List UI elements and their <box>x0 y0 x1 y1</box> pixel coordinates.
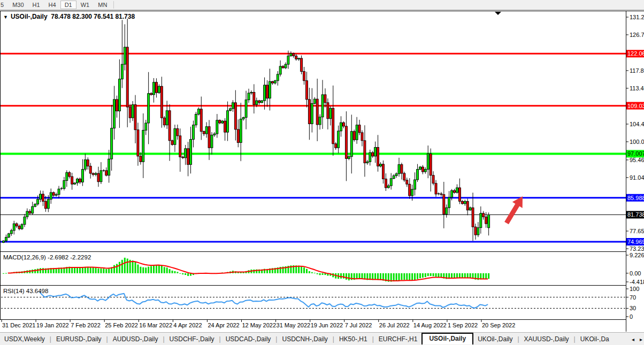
svg-text:24 Apr 2022: 24 Apr 2022 <box>208 322 239 328</box>
svg-text:73.230: 73.230 <box>630 246 644 252</box>
svg-text:4 Apr 2022: 4 Apr 2022 <box>173 322 202 328</box>
svg-text:100: 100 <box>630 286 639 292</box>
svg-text:95.460: 95.460 <box>630 157 644 163</box>
tab-ukoil-da[interactable]: UKOil-,Da <box>576 334 614 344</box>
svg-text:0.00: 0.00 <box>630 270 641 277</box>
timeframe-toolbar: 5M30H1H4D1W1MN <box>0 0 644 10</box>
svg-text:31 Dec 2021: 31 Dec 2021 <box>2 322 35 328</box>
tab-hk50-h1[interactable]: HK50-,H1 <box>335 334 372 344</box>
timeframe-button-m30[interactable]: M30 <box>8 1 28 9</box>
tab-scroll-right-icon[interactable]: ▸ <box>640 336 642 342</box>
tab-ukoil-daily[interactable]: UKOil-,Daily <box>473 334 517 344</box>
timeframe-button-mn[interactable]: MN <box>94 1 111 9</box>
tab-usdchf-daily[interactable]: USDCHF-,Daily <box>165 334 219 344</box>
tab-xauusd-daily[interactable]: XAUUSD-,Daily <box>520 334 573 344</box>
svg-text:126.790: 126.790 <box>630 32 644 38</box>
svg-text:1 Sep 2022: 1 Sep 2022 <box>448 322 478 328</box>
svg-text:9.2266: 9.2266 <box>630 252 644 258</box>
svg-text:131.210: 131.210 <box>630 14 644 20</box>
svg-text:91.040: 91.040 <box>630 174 644 181</box>
symbol-tab-bar: USDX,Weekly|EURUSD-,Daily|AUDUSD-,Daily|… <box>0 332 644 345</box>
timeframe-button-d1[interactable]: D1 <box>60 1 76 9</box>
mt4-window: 5M30H1H4D1W1MN 131.210126.790117.820113.… <box>0 0 644 345</box>
chart-title: ▼USOil-,Daily 78.478 82.300 76.541 81.73… <box>3 13 135 20</box>
rsi-indicator-label: RSI(14) 43.6498 <box>3 288 48 294</box>
tab-eurchf-h1[interactable]: EURCHF-,H1 <box>374 334 422 344</box>
svg-text:19 Jan 2022: 19 Jan 2022 <box>36 322 69 328</box>
svg-text:16 Mar 2022: 16 Mar 2022 <box>139 322 172 328</box>
timeframe-button-h4[interactable]: H4 <box>44 1 60 9</box>
svg-text:7 Jul 2022: 7 Jul 2022 <box>345 322 372 328</box>
tab-scroll-left-icon[interactable]: ◂ <box>632 336 634 342</box>
tab-usdcad-daily[interactable]: USDCAD-,Daily <box>221 334 275 344</box>
tab-eurusd-daily[interactable]: EURUSD-,Daily <box>52 334 106 344</box>
svg-text:100.010: 100.010 <box>630 139 644 145</box>
svg-text:81.738: 81.738 <box>627 211 644 218</box>
tab-audusd-daily[interactable]: AUDUSD-,Daily <box>109 334 163 344</box>
svg-text:113.400: 113.400 <box>630 85 644 91</box>
svg-text:30: 30 <box>630 305 636 311</box>
svg-text:0: 0 <box>630 313 633 320</box>
svg-text:14 Aug 2022: 14 Aug 2022 <box>413 322 447 328</box>
svg-text:12 May 2022: 12 May 2022 <box>242 322 276 328</box>
tab-usdcnh-daily[interactable]: USDCNH-,Daily <box>278 334 332 344</box>
svg-text:122.060: 122.060 <box>627 50 644 57</box>
chart-canvas[interactable]: 131.210126.790117.820113.400104.430100.0… <box>0 0 644 345</box>
svg-text:25 Feb 2022: 25 Feb 2022 <box>105 322 138 328</box>
svg-text:-4.4188: -4.4188 <box>630 279 644 285</box>
svg-text:26 Jul 2022: 26 Jul 2022 <box>379 322 410 328</box>
svg-text:77.650: 77.650 <box>630 228 644 234</box>
svg-text:31 May 2022: 31 May 2022 <box>277 322 311 328</box>
svg-text:7 Feb 2022: 7 Feb 2022 <box>71 322 101 328</box>
svg-text:85.988: 85.988 <box>627 195 644 201</box>
tab-usoil-daily[interactable]: USOil-,Daily <box>421 333 473 344</box>
svg-text:97.007: 97.007 <box>627 150 644 157</box>
timeframe-button-h1[interactable]: H1 <box>28 1 44 9</box>
timeframe-button-5[interactable]: 5 <box>0 1 8 9</box>
chart-symbol-label: USOil-,Daily <box>11 13 48 20</box>
svg-text:109.030: 109.030 <box>627 103 644 109</box>
svg-text:74.969: 74.969 <box>627 239 644 245</box>
svg-text:20 Sep 2022: 20 Sep 2022 <box>482 322 515 328</box>
chart-ohlc-values: 78.478 82.300 76.541 81.738 <box>51 13 135 20</box>
svg-text:117.820: 117.820 <box>630 67 644 74</box>
svg-text:70: 70 <box>630 294 636 301</box>
tab-scroll-controls: ◂▸ <box>628 333 642 345</box>
timeframe-button-w1[interactable]: W1 <box>76 1 94 9</box>
macd-indicator-label: MACD(12,26,9) -2.6982 -2.2292 <box>3 254 91 260</box>
chart-collapse-icon[interactable]: ▼ <box>3 14 8 20</box>
svg-text:19 Jun 2022: 19 Jun 2022 <box>311 322 343 328</box>
toolbar-separator <box>113 1 114 9</box>
svg-text:104.430: 104.430 <box>630 121 644 127</box>
tab-usdx-weekly[interactable]: USDX,Weekly <box>0 334 49 344</box>
